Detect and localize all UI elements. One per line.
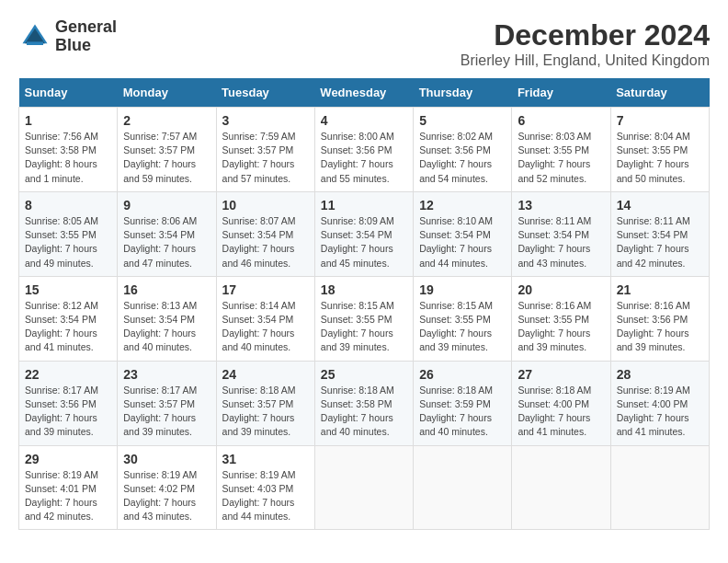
header-tuesday: Tuesday [216,78,314,108]
day-number: 9 [123,198,210,213]
main-title: December 2024 [461,18,710,52]
cell-week2-day1: 9Sunrise: 8:06 AMSunset: 3:54 PMDaylight… [118,191,216,276]
day-number: 24 [222,367,309,382]
day-detail: Sunrise: 8:05 AMSunset: 3:55 PMDaylight:… [25,214,111,270]
day-detail: Sunrise: 8:16 AMSunset: 3:56 PMDaylight:… [617,299,703,355]
day-number: 20 [518,282,604,297]
day-detail: Sunrise: 8:18 AMSunset: 4:00 PMDaylight:… [518,384,604,440]
day-number: 6 [518,113,604,128]
cell-week1-day1: 2Sunrise: 7:57 AMSunset: 3:57 PMDaylight… [118,108,216,192]
cell-week5-day1: 30Sunrise: 8:19 AMSunset: 4:02 PMDayligh… [118,445,216,530]
day-detail: Sunrise: 8:02 AMSunset: 3:56 PMDaylight:… [419,130,506,186]
day-detail: Sunrise: 8:15 AMSunset: 3:55 PMDaylight:… [419,299,506,355]
day-detail: Sunrise: 8:07 AMSunset: 3:54 PMDaylight:… [222,214,309,270]
day-detail: Sunrise: 8:18 AMSunset: 3:58 PMDaylight:… [321,384,407,440]
day-number: 27 [518,367,604,382]
cell-week2-day4: 12Sunrise: 8:10 AMSunset: 3:54 PMDayligh… [414,191,512,276]
day-number: 19 [419,282,506,297]
day-detail: Sunrise: 8:15 AMSunset: 3:55 PMDaylight:… [321,299,407,355]
day-number: 4 [321,113,407,128]
cell-week2-day2: 10Sunrise: 8:07 AMSunset: 3:54 PMDayligh… [216,191,314,276]
cell-week2-day0: 8Sunrise: 8:05 AMSunset: 3:55 PMDaylight… [19,191,118,276]
header-row: Sunday Monday Tuesday Wednesday Thursday… [19,78,710,108]
cell-week5-day3 [314,445,413,530]
day-detail: Sunrise: 8:18 AMSunset: 3:59 PMDaylight:… [419,384,506,440]
cell-week2-day6: 14Sunrise: 8:11 AMSunset: 3:54 PMDayligh… [610,191,709,276]
cell-week3-day3: 18Sunrise: 8:15 AMSunset: 3:55 PMDayligh… [314,276,413,361]
cell-week4-day2: 24Sunrise: 8:18 AMSunset: 3:57 PMDayligh… [216,361,314,445]
cell-week4-day1: 23Sunrise: 8:17 AMSunset: 3:57 PMDayligh… [118,361,216,445]
day-detail: Sunrise: 8:11 AMSunset: 3:54 PMDaylight:… [518,214,604,270]
day-number: 29 [25,452,111,466]
day-number: 11 [321,198,407,213]
day-number: 25 [321,367,407,382]
day-number: 3 [222,113,309,128]
day-detail: Sunrise: 8:19 AMSunset: 4:00 PMDaylight:… [617,384,703,440]
cell-week4-day4: 26Sunrise: 8:18 AMSunset: 3:59 PMDayligh… [414,361,512,445]
cell-week4-day3: 25Sunrise: 8:18 AMSunset: 3:58 PMDayligh… [314,361,413,445]
logo-icon [18,20,51,53]
day-number: 16 [123,282,210,297]
cell-week3-day4: 19Sunrise: 8:15 AMSunset: 3:55 PMDayligh… [414,276,512,361]
logo-text: General Blue [55,18,117,55]
header-friday: Friday [512,78,610,108]
day-detail: Sunrise: 7:57 AMSunset: 3:57 PMDaylight:… [123,130,210,186]
cell-week1-day0: 1Sunrise: 7:56 AMSunset: 3:58 PMDaylight… [19,108,118,192]
week-row-1: 1Sunrise: 7:56 AMSunset: 3:58 PMDaylight… [19,108,710,192]
cell-week4-day0: 22Sunrise: 8:17 AMSunset: 3:56 PMDayligh… [19,361,118,445]
day-number: 14 [617,198,703,213]
day-detail: Sunrise: 8:13 AMSunset: 3:54 PMDaylight:… [123,299,210,355]
week-row-3: 15Sunrise: 8:12 AMSunset: 3:54 PMDayligh… [19,276,710,361]
cell-week4-day6: 28Sunrise: 8:19 AMSunset: 4:00 PMDayligh… [610,361,709,445]
calendar-table: Sunday Monday Tuesday Wednesday Thursday… [18,78,710,530]
day-number: 13 [518,198,604,213]
cell-week1-day6: 7Sunrise: 8:04 AMSunset: 3:55 PMDaylight… [610,108,709,192]
cell-week5-day4 [414,445,512,530]
subtitle: Brierley Hill, England, United Kingdom [461,52,710,69]
day-number: 1 [25,113,111,128]
day-number: 21 [617,282,703,297]
week-row-4: 22Sunrise: 8:17 AMSunset: 3:56 PMDayligh… [19,361,710,445]
header-saturday: Saturday [610,78,709,108]
day-detail: Sunrise: 8:10 AMSunset: 3:54 PMDaylight:… [419,214,506,270]
cell-week3-day6: 21Sunrise: 8:16 AMSunset: 3:56 PMDayligh… [610,276,709,361]
cell-week1-day2: 3Sunrise: 7:59 AMSunset: 3:57 PMDaylight… [216,108,314,192]
day-number: 17 [222,282,309,297]
calendar-header: Sunday Monday Tuesday Wednesday Thursday… [19,78,710,108]
day-number: 5 [419,113,506,128]
day-number: 8 [25,198,111,213]
day-detail: Sunrise: 8:16 AMSunset: 3:55 PMDaylight:… [518,299,604,355]
day-number: 28 [617,367,703,382]
week-row-5: 29Sunrise: 8:19 AMSunset: 4:01 PMDayligh… [19,445,710,530]
day-number: 15 [25,282,111,297]
cell-week1-day5: 6Sunrise: 8:03 AMSunset: 3:55 PMDaylight… [512,108,610,192]
day-detail: Sunrise: 8:00 AMSunset: 3:56 PMDaylight:… [321,130,407,186]
day-number: 2 [123,113,210,128]
day-detail: Sunrise: 8:19 AMSunset: 4:02 PMDaylight:… [123,468,210,524]
cell-week5-day5 [512,445,610,530]
day-detail: Sunrise: 8:17 AMSunset: 3:57 PMDaylight:… [123,384,210,440]
day-detail: Sunrise: 8:18 AMSunset: 3:57 PMDaylight:… [222,384,309,440]
svg-rect-2 [27,41,43,45]
cell-week3-day2: 17Sunrise: 8:14 AMSunset: 3:54 PMDayligh… [216,276,314,361]
day-number: 26 [419,367,506,382]
header-monday: Monday [118,78,216,108]
cell-week5-day0: 29Sunrise: 8:19 AMSunset: 4:01 PMDayligh… [19,445,118,530]
day-number: 10 [222,198,309,213]
day-detail: Sunrise: 8:12 AMSunset: 3:54 PMDaylight:… [25,299,111,355]
calendar-body: 1Sunrise: 7:56 AMSunset: 3:58 PMDaylight… [19,108,710,530]
day-detail: Sunrise: 8:19 AMSunset: 4:01 PMDaylight:… [25,468,111,524]
day-number: 23 [123,367,210,382]
day-detail: Sunrise: 8:17 AMSunset: 3:56 PMDaylight:… [25,384,111,440]
cell-week5-day6 [610,445,709,530]
cell-week3-day5: 20Sunrise: 8:16 AMSunset: 3:55 PMDayligh… [512,276,610,361]
day-number: 7 [617,113,703,128]
page-header: General Blue December 2024 Brierley Hill… [18,18,710,69]
day-detail: Sunrise: 8:09 AMSunset: 3:54 PMDaylight:… [321,214,407,270]
day-number: 31 [222,452,309,466]
day-number: 22 [25,367,111,382]
title-block: December 2024 Brierley Hill, England, Un… [461,18,710,69]
header-wednesday: Wednesday [314,78,413,108]
header-sunday: Sunday [19,78,118,108]
day-number: 12 [419,198,506,213]
